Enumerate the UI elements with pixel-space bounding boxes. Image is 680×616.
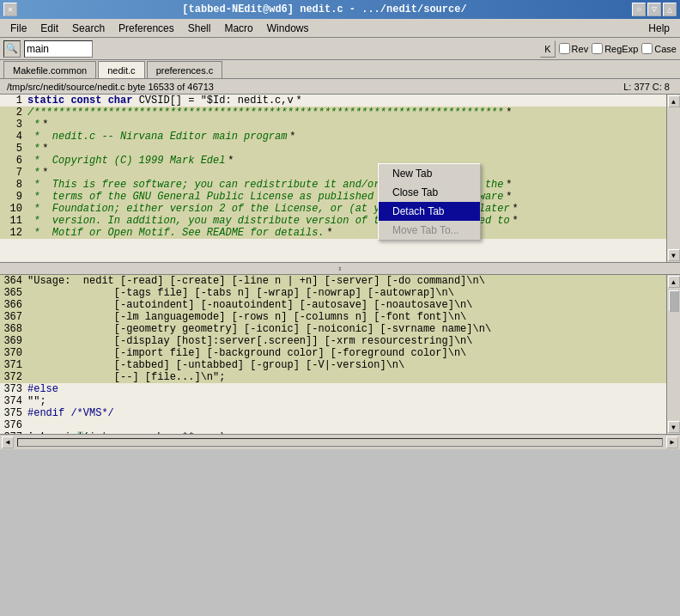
rev-checkbox-label[interactable]: Rev [559, 43, 589, 54]
scrollbar-right-bottom[interactable]: ▲ ▼ [666, 275, 680, 434]
code-line-10: 10 * Foundation; either version 2 of the… [0, 203, 666, 215]
menu-file[interactable]: File [3, 21, 33, 36]
title-bar: ✕ [tabbed-NEdit@wd6] nedit.c - .../nedit… [0, 0, 680, 19]
position-info: L: 377 C: 8 [623, 82, 670, 92]
ctx-detach-tab[interactable]: Detach Tab [379, 202, 480, 221]
search-input[interactable] [24, 40, 93, 58]
search-k-button[interactable]: K [540, 40, 555, 58]
scroll-thumb-bottom[interactable] [669, 290, 679, 312]
code-pane-bottom: 364 "Usage: nedit [-read] [-create] [-li… [0, 275, 666, 434]
search-bar: 🔍 K Rev RegExp Case [0, 38, 680, 60]
case-checkbox[interactable] [641, 43, 653, 54]
scrollbar-right-top[interactable]: ▲ ▼ [666, 95, 680, 262]
code-line-2: 2 /*************************************… [0, 107, 666, 119]
code-line-372: 372 [--] [file...]\n"; [0, 371, 666, 383]
menu-edit[interactable]: Edit [33, 21, 65, 36]
scroll-left-button[interactable]: ◀ [2, 436, 14, 448]
scroll-up-top[interactable]: ▲ [668, 95, 680, 107]
code-line-371: 371 [-tabbed] [-untabbed] [-group] [-V|-… [0, 359, 666, 371]
scroll-up-bottom[interactable]: ▲ [668, 276, 680, 288]
restore-button[interactable]: △ [663, 3, 677, 16]
code-line-373: 373 #else [0, 383, 666, 395]
status-bar: /tmp/src/nedit/source/nedit.c byte 16533… [0, 79, 680, 95]
minimize-button[interactable]: ○ [632, 3, 646, 16]
tab-nedit-c[interactable]: nedit.c [98, 61, 144, 78]
code-line-12: 12 * Motif or Open Motif. See README for… [0, 227, 666, 239]
code-line-375: 375 #endif /*VMS*/ [0, 407, 666, 419]
menu-preferences[interactable]: Preferences [112, 21, 181, 36]
code-line-11: 11 * version. In addition, you may distr… [0, 215, 666, 227]
regexp-checkbox-label[interactable]: RegExp [592, 43, 638, 54]
tabs-bar: Makefile.common nedit.c preferences.c [0, 60, 680, 79]
code-line-376: 376 [0, 419, 666, 431]
menu-help[interactable]: Help [641, 21, 677, 36]
code-line-366: 366 [-autoindent] [-noautoindent] [-auto… [0, 299, 666, 311]
ctx-close-tab[interactable]: Close Tab [379, 183, 480, 202]
tab-makefile[interactable]: Makefile.common [3, 61, 96, 78]
code-line-368: 368 [-geometry geometry] [-iconic] [-noi… [0, 323, 666, 335]
code-line-7: 7 * * [0, 167, 666, 179]
divider-arrow: ⇕ [338, 265, 343, 272]
close-button[interactable]: ✕ [3, 3, 17, 16]
menu-search[interactable]: Search [65, 21, 112, 36]
code-line-6: 6 * Copyright (C) 1999 Mark Edel * [0, 155, 666, 167]
code-line-367: 367 [-lm languagemode] [-rows n] [-colum… [0, 311, 666, 323]
bottom-scrollbar-bar: ◀ ▶ [0, 434, 680, 449]
code-area-bottom[interactable]: 364 "Usage: nedit [-read] [-create] [-li… [0, 275, 666, 434]
rev-checkbox[interactable] [559, 43, 570, 54]
code-line-1: 1 static const char CVSID[] = "$Id: nedi… [0, 95, 666, 107]
menu-shell[interactable]: Shell [181, 21, 218, 36]
code-line-374: 374 ""; [0, 395, 666, 407]
pane-divider[interactable]: ⇕ [0, 262, 680, 275]
code-line-364: 364 "Usage: nedit [-read] [-create] [-li… [0, 275, 666, 287]
window-controls-left[interactable]: ✕ [3, 3, 17, 16]
window-title: [tabbed-NEdit@wd6] nedit.c - .../nedit/s… [17, 3, 632, 15]
maximize-button[interactable]: ▽ [647, 3, 661, 16]
path-info: /tmp/src/nedit/source/nedit.c byte 16533… [3, 82, 623, 92]
scroll-right-button[interactable]: ▶ [666, 436, 678, 448]
horizontal-scrollbar[interactable] [17, 438, 663, 447]
ctx-move-tab: Move Tab To... [379, 221, 480, 240]
regexp-checkbox[interactable] [592, 43, 603, 54]
code-line-369: 369 [-display [host]:server[.screen]] [-… [0, 335, 666, 347]
code-line-8: 8 * This is free software; you can redis… [0, 179, 666, 191]
case-checkbox-label[interactable]: Case [641, 43, 677, 54]
scroll-down-top[interactable]: ▼ [668, 249, 680, 261]
code-area-top[interactable]: 1 static const char CVSID[] = "$Id: nedi… [0, 95, 666, 262]
code-line-9: 9 * terms of the GNU General Public Lice… [0, 191, 666, 203]
code-line-5: 5 * * [0, 143, 666, 155]
window-controls-right[interactable]: ○ ▽ △ [632, 3, 677, 16]
search-options: K Rev RegExp Case [540, 40, 677, 58]
menu-windows[interactable]: Windows [260, 21, 316, 36]
menu-macro[interactable]: Macro [217, 21, 259, 36]
scroll-down-bottom[interactable]: ▼ [668, 421, 680, 433]
search-icon-box: 🔍 [3, 40, 21, 58]
code-line-370: 370 [-import file] [-background color] [… [0, 347, 666, 359]
code-pane-top: 1 static const char CVSID[] = "$Id: nedi… [0, 95, 666, 262]
editor-container: 1 static const char CVSID[] = "$Id: nedi… [0, 95, 680, 434]
tab-preferences-c[interactable]: preferences.c [147, 61, 223, 78]
code-line-4: 4 * nedit.c -- Nirvana Editor main progr… [0, 131, 666, 143]
code-line-377: 377 int main|(int argc, char **argv) [0, 431, 666, 434]
context-menu: New Tab Close Tab Detach Tab Move Tab To… [378, 163, 481, 241]
code-line-365: 365 [-tags file] [-tabs n] [-wrap] [-now… [0, 287, 666, 299]
ctx-new-tab[interactable]: New Tab [379, 164, 480, 183]
code-line-3: 3 * * [0, 119, 666, 131]
menu-bar: File Edit Search Preferences Shell Macro… [0, 19, 680, 38]
